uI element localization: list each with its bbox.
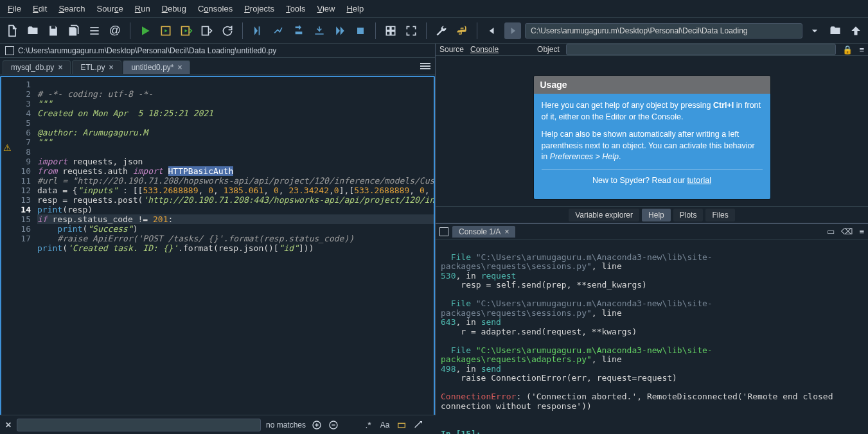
warning-gutter: ⚠: [1, 77, 13, 424]
replace-icon[interactable]: [412, 419, 424, 431]
new-file-icon[interactable]: [4, 22, 21, 39]
debug-into-icon[interactable]: [290, 22, 307, 39]
menu-view[interactable]: View: [312, 2, 340, 15]
help-title: Usage: [534, 76, 770, 94]
wrench-icon[interactable]: [433, 22, 450, 39]
grid-icon[interactable]: [382, 22, 399, 39]
help-content: Usage Here you can get help of any objec…: [436, 56, 868, 206]
fullscreen-icon[interactable]: [403, 22, 420, 39]
tab-untitled0[interactable]: untitled0.py*×: [123, 60, 190, 74]
help-usage-card: Usage Here you can get help of any objec…: [533, 75, 771, 200]
menu-consoles[interactable]: Consoles: [193, 2, 238, 15]
line-number-gutter: 1234 5678 9101112 13141516 17: [13, 77, 35, 424]
lock-icon[interactable]: 🔒: [842, 45, 853, 55]
code-editor[interactable]: # -*- coding: utf-8 -*- """ Created on M…: [35, 77, 434, 424]
whole-word-icon[interactable]: [396, 419, 407, 431]
tab-plots[interactable]: Plots: [673, 209, 704, 221]
console-pane: Console 1/A× ▭ ⌫ ≡ File "C:\Users\arumug…: [436, 223, 868, 434]
back-icon[interactable]: [484, 22, 500, 39]
svg-rect-11: [391, 31, 395, 35]
rerun-icon[interactable]: [219, 22, 236, 39]
no-matches-label: no matches: [266, 421, 306, 430]
warning-icon: ⚠: [1, 143, 13, 153]
run-selection-icon[interactable]: [199, 22, 215, 39]
debug-continue-icon[interactable]: [332, 22, 348, 39]
menu-icon[interactable]: ≡: [859, 45, 864, 55]
menu-source[interactable]: Source: [92, 2, 128, 15]
clear-icon[interactable]: ⌫: [841, 227, 853, 236]
menu-file[interactable]: File: [3, 2, 26, 15]
close-icon[interactable]: ×: [177, 63, 182, 72]
svg-rect-14: [398, 423, 405, 428]
menu-search[interactable]: Search: [53, 2, 90, 15]
open-file-icon[interactable]: [24, 22, 41, 39]
find-bar: ✕ no matches .* Aa: [0, 415, 436, 434]
object-label: Object: [537, 45, 560, 54]
right-pane-tabs: Variable explorer Help Plots Files: [436, 206, 868, 223]
browse-folder-icon[interactable]: [827, 22, 844, 39]
svg-rect-9: [391, 26, 395, 30]
find-input[interactable]: [17, 419, 261, 431]
debug-step-icon[interactable]: [249, 22, 266, 39]
forward-icon[interactable]: [504, 22, 521, 39]
tab-files[interactable]: Files: [705, 209, 734, 221]
editor-tabs: mysql_db.py× ETL.py× untitled0.py*×: [0, 58, 435, 74]
menu-projects[interactable]: Projects: [239, 2, 279, 15]
save-icon[interactable]: [45, 22, 62, 39]
svg-rect-0: [51, 26, 56, 28]
debug-out-icon[interactable]: [311, 22, 328, 39]
console-link[interactable]: Console: [470, 45, 499, 54]
help-toolbar: Source Console Object 🔒 ≡: [436, 44, 868, 56]
find-next-icon[interactable]: [328, 419, 339, 431]
console-tab[interactable]: Console 1/A×: [452, 226, 515, 238]
source-label: Source: [439, 45, 464, 54]
debug-step2-icon[interactable]: [270, 22, 287, 39]
pane-icon: [5, 46, 14, 55]
regex-icon[interactable]: .*: [362, 419, 374, 431]
tab-mysql-db[interactable]: mysql_db.py×: [3, 60, 71, 74]
menu-help[interactable]: Help: [341, 2, 369, 15]
svg-rect-8: [386, 26, 390, 30]
python-icon[interactable]: [454, 22, 470, 39]
svg-rect-7: [357, 28, 364, 34]
menu-bar: File Edit Search Source Run Debug Consol…: [0, 0, 868, 18]
tab-help[interactable]: Help: [642, 209, 671, 221]
run-icon[interactable]: [137, 22, 154, 39]
close-icon[interactable]: ×: [504, 227, 509, 236]
at-icon[interactable]: @: [107, 22, 123, 39]
menu-tools[interactable]: Tools: [281, 2, 310, 15]
svg-rect-10: [386, 31, 390, 35]
tutorial-link[interactable]: tutorial: [687, 176, 711, 185]
editor-file-path: C:\Users\arumugaguru.m\Desktop\Personal\…: [0, 44, 435, 58]
main-toolbar: @ C:\Users\arumugaguru.m\Desktop\Persona…: [0, 18, 868, 44]
object-input[interactable]: [566, 44, 837, 55]
close-icon[interactable]: ×: [109, 63, 113, 72]
menu-icon[interactable]: ≡: [859, 227, 864, 236]
tabs-menu-icon[interactable]: [420, 60, 431, 72]
run-cell-advance-icon[interactable]: [178, 22, 195, 39]
dropdown-icon[interactable]: [806, 22, 823, 39]
file-path-text: C:\Users\arumugaguru.m\Desktop\Personal\…: [18, 46, 276, 55]
debug-stop-icon[interactable]: [352, 22, 369, 39]
stop-icon[interactable]: ▭: [827, 227, 835, 236]
find-prev-icon[interactable]: [311, 419, 323, 431]
svg-rect-6: [202, 26, 209, 35]
tab-etl[interactable]: ETL.py×: [72, 60, 121, 74]
menu-edit[interactable]: Edit: [28, 2, 52, 15]
tab-variable-explorer[interactable]: Variable explorer: [569, 209, 639, 221]
working-dir-input[interactable]: C:\Users\arumugaguru.m\Desktop\Personal\…: [525, 23, 802, 39]
parent-dir-icon[interactable]: [847, 22, 864, 39]
case-icon[interactable]: Aa: [379, 419, 391, 431]
close-find-icon[interactable]: ✕: [5, 421, 12, 430]
close-icon[interactable]: ×: [58, 63, 62, 72]
pane-icon: [439, 227, 448, 236]
menu-run[interactable]: Run: [130, 2, 155, 15]
run-cell-icon[interactable]: [157, 22, 174, 39]
console-output[interactable]: File "C:\Users\arumugaguru.m\Anaconda3-n…: [436, 239, 868, 434]
list-icon[interactable]: [86, 22, 103, 39]
save-all-icon[interactable]: [66, 22, 82, 39]
menu-debug[interactable]: Debug: [157, 2, 191, 15]
